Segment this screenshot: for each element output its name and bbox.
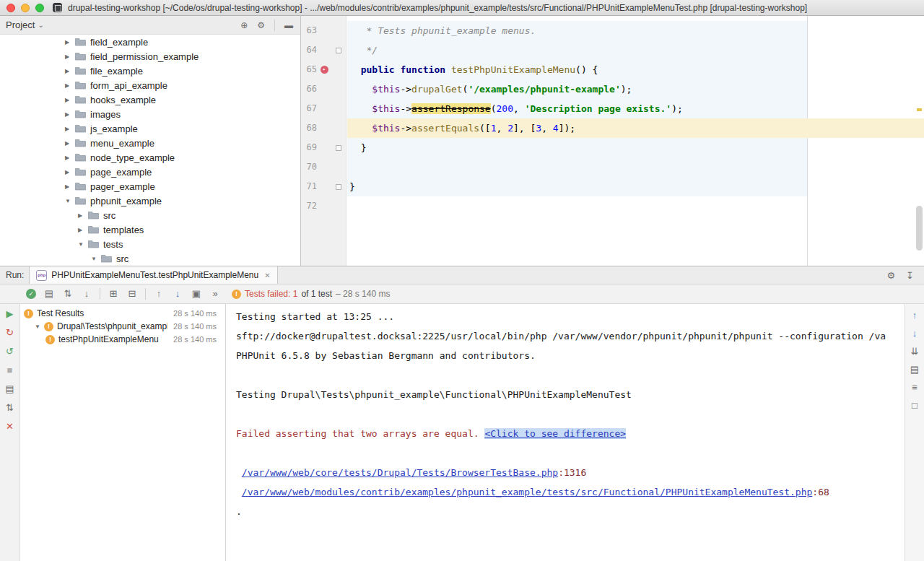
chevron-down-icon[interactable]: ⌄ — [38, 21, 43, 29]
project-tree-item[interactable]: ▶ js_example — [0, 121, 300, 136]
project-tree-item[interactable]: ▼ tests — [0, 237, 300, 251]
project-tree-item[interactable]: ▶ page_example — [0, 165, 300, 179]
tree-chevron-icon[interactable]: ▼ — [78, 241, 88, 248]
scroll-down-icon[interactable]: ↓ — [909, 328, 920, 339]
code-text[interactable]: $this->assertResponse(200, 'Description … — [346, 99, 683, 118]
project-tree-item[interactable]: ▶ node_type_example — [0, 150, 300, 165]
console-link[interactable]: <Click to see difference> — [484, 428, 626, 439]
console-output[interactable]: Testing started at 13:25 ...sftp://docke… — [226, 304, 905, 561]
project-tree-item[interactable]: ▼ phpunit_example — [0, 193, 300, 208]
run-tab[interactable]: php PHPUnitExampleMenuTest.testPhpUnitEx… — [29, 266, 277, 284]
tree-chevron-icon[interactable]: ▶ — [78, 212, 88, 219]
project-tree-item[interactable]: ▶ images — [0, 107, 300, 121]
tree-item-label: field_permission_example — [90, 51, 199, 62]
tree-chevron-icon[interactable]: ▼ — [65, 198, 75, 204]
scroll-up-icon[interactable]: ↑ — [909, 310, 920, 321]
pin-tab-icon[interactable]: ⇅ — [4, 402, 16, 414]
tree-chevron-icon[interactable]: ▼ — [35, 323, 44, 330]
tree-chevron-icon[interactable]: ▶ — [65, 111, 75, 118]
project-tree-item[interactable]: ▶ form_api_example — [0, 78, 300, 92]
console-line: Testing Drupal\Tests\phpunit_example\Fun… — [236, 385, 905, 404]
editor-scrollbar[interactable] — [916, 206, 923, 251]
project-tree-item[interactable]: ▶ field_permission_example — [0, 49, 300, 64]
code-text[interactable] — [346, 196, 349, 216]
more-options-chevrons-icon[interactable]: » — [209, 288, 221, 300]
hide-panel-icon[interactable]: ▬ — [284, 20, 293, 30]
code-text[interactable]: $this->assertEquals([1, 2], [3, 4]); — [346, 118, 575, 138]
tree-chevron-icon[interactable]: ▶ — [65, 126, 75, 132]
project-tree-item[interactable]: ▶ src — [0, 208, 300, 222]
tree-chevron-icon[interactable]: ▶ — [78, 227, 88, 233]
rerun-failed-tests-icon[interactable]: ↻ — [4, 327, 16, 339]
code-editor[interactable]: 63 * Tests phpunit_example menus. 64 */ … — [301, 16, 924, 266]
sort-by-duration-icon[interactable]: ↓ — [81, 288, 92, 300]
show-ignored-icon[interactable]: ▤ — [43, 288, 55, 300]
settings-gear-icon[interactable]: ⚙ — [886, 270, 895, 281]
code-text[interactable]: */ — [346, 40, 378, 60]
code-text[interactable]: $this->drupalGet('/examples/phpunit-exam… — [346, 79, 632, 99]
tree-chevron-icon[interactable]: ▶ — [65, 39, 75, 45]
warning-stripe-mark[interactable] — [917, 108, 922, 111]
expand-all-icon[interactable]: ⊞ — [108, 288, 119, 300]
close-tab-icon[interactable]: ✕ — [264, 271, 270, 279]
tree-chevron-icon[interactable]: ▶ — [65, 183, 75, 190]
fold-marker-icon[interactable] — [336, 145, 341, 151]
next-failed-test-icon[interactable]: ↓ — [172, 288, 183, 300]
tree-chevron-icon[interactable]: ▶ — [65, 68, 75, 74]
test-tree-row[interactable]: ▼ ! Drupal\Tests\phpunit_example\Functio… — [20, 320, 225, 333]
project-tree-item[interactable]: ▶ pager_example — [0, 179, 300, 193]
code-text[interactable]: } — [346, 177, 355, 196]
previous-failed-test-icon[interactable]: ↑ — [153, 288, 165, 300]
tree-chevron-icon[interactable]: ▶ — [65, 53, 75, 60]
project-tree-item[interactable]: ▶ hooks_example — [0, 92, 300, 107]
test-tree-row[interactable]: ! testPhpUnitExampleMenu 28 s 140 ms — [20, 333, 225, 346]
settings-gear-icon[interactable]: ⚙ — [257, 20, 265, 30]
tree-chevron-icon[interactable]: ▼ — [91, 256, 101, 262]
stop-icon[interactable]: ■ — [4, 365, 16, 376]
toggle-auto-test-icon[interactable]: ↺ — [4, 346, 16, 357]
show-passed-icon[interactable]: ✓ — [26, 289, 36, 299]
zoom-window-button[interactable] — [35, 4, 44, 12]
project-panel-title[interactable]: Project — [6, 19, 35, 30]
close-window-button[interactable] — [6, 4, 15, 12]
code-text[interactable]: public function testPhpUnitExampleMenu()… — [346, 60, 598, 79]
console-link[interactable]: /var/www/web/core/tests/Drupal/Tests/Bro… — [242, 467, 558, 478]
project-tree-item[interactable]: ▶ file_example — [0, 64, 300, 78]
code-text[interactable] — [346, 157, 349, 177]
project-tree-item[interactable]: ▶ field_example — [0, 35, 300, 49]
import-test-results-icon[interactable]: ▣ — [191, 288, 202, 300]
console-line — [236, 443, 905, 463]
hide-panel-icon[interactable]: ↧ — [906, 270, 914, 281]
run-panel-left-toolbar: ▶↻↺■▤⇅✕ — [0, 304, 20, 561]
console-link[interactable]: /var/www/web/modules/contrib/examples/ph… — [242, 487, 813, 497]
failed-test-marker-icon[interactable] — [321, 66, 328, 74]
tree-chevron-icon[interactable]: ▶ — [65, 97, 75, 103]
tree-chevron-icon[interactable]: ▶ — [65, 169, 75, 175]
collapse-all-icon[interactable]: ⊟ — [126, 288, 138, 300]
test-history-icon[interactable]: ▤ — [4, 383, 16, 395]
tree-chevron-icon[interactable]: ▶ — [65, 82, 75, 89]
console-line: Failed asserting that two arrays are equ… — [236, 424, 905, 443]
project-tree-item[interactable]: ▼ src — [0, 251, 300, 266]
test-tree-row[interactable]: ! Test Results 28 s 140 ms — [20, 307, 225, 320]
soft-wrap-icon[interactable]: ≡ — [909, 382, 920, 393]
clear-console-icon[interactable]: □ — [909, 400, 920, 412]
close-icon[interactable]: ✕ — [4, 421, 16, 432]
project-tree-item[interactable]: ▶ templates — [0, 222, 300, 237]
print-console-icon[interactable]: ▤ — [909, 364, 920, 375]
code-line: 66 $this->drupalGet('/examples/phpunit-e… — [301, 79, 924, 99]
scroll-to-end-icon[interactable]: ⇊ — [909, 346, 920, 357]
locate-file-icon[interactable]: ⊕ — [240, 20, 248, 30]
rerun-tests-icon[interactable]: ▶ — [4, 308, 16, 320]
sort-alphabetically-icon[interactable]: ⇅ — [62, 288, 74, 300]
tree-chevron-icon[interactable]: ▶ — [65, 155, 75, 161]
minimize-window-button[interactable] — [21, 4, 30, 12]
code-text[interactable]: } — [346, 138, 366, 157]
project-tree-item[interactable]: ▶ menu_example — [0, 136, 300, 150]
tree-chevron-icon[interactable]: ▶ — [65, 140, 75, 147]
fold-marker-icon[interactable] — [336, 48, 341, 53]
code-text[interactable]: * Tests phpunit_example menus. — [346, 21, 536, 40]
console-line — [236, 404, 905, 424]
fold-marker-icon[interactable] — [336, 184, 341, 190]
code-segment: assertEquals — [411, 123, 479, 134]
